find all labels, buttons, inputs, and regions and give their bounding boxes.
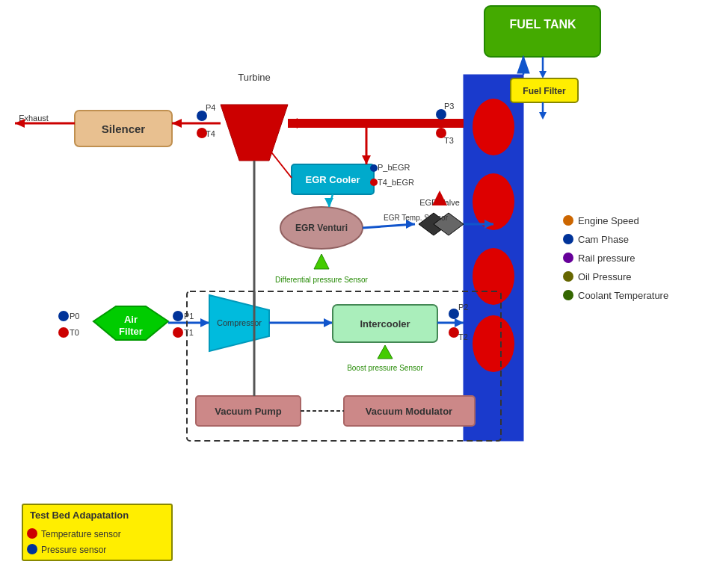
fuel-tank-box <box>484 6 600 57</box>
fuel-tank-arrow-tip <box>539 71 547 78</box>
egr-temp-sensor-label: EGR Temp. Sensor <box>384 214 449 222</box>
engine-oval-2 <box>473 173 514 230</box>
egr-cooler-exit-line <box>269 149 292 178</box>
intercooler-label: Intercooler <box>360 318 410 329</box>
p3-sensor-dot <box>436 109 446 120</box>
t0-label: T0 <box>70 328 79 337</box>
rail-pressure-label: Rail pressure <box>578 253 636 264</box>
fuel-filter-to-engine-tip <box>539 112 547 120</box>
air-filter-label-1: Air <box>124 314 138 325</box>
fuel-tank-label: FUEL TANK <box>509 18 576 31</box>
egr-venturi-label: EGR Venturi <box>295 223 348 233</box>
af-to-comp-tip <box>200 318 209 327</box>
p4-label: P4 <box>206 103 215 112</box>
t1-dot <box>173 327 183 338</box>
legend-temp-dot <box>27 528 37 539</box>
main-diagram-svg: FUEL TANK Fuel Filter Turbine Silencer E… <box>0 0 720 588</box>
boost-pressure-sensor <box>378 345 393 359</box>
coolant-temp-dot <box>563 290 573 300</box>
engine-speed-label: Engine Speed <box>578 215 639 226</box>
oil-pressure-label: Oil Pressure <box>578 271 632 282</box>
turbine-to-silencer-tip <box>172 119 182 128</box>
fuel-filter-label: Fuel Filter <box>523 86 566 96</box>
p2-label: P2 <box>458 303 468 312</box>
engine-oval-4 <box>473 315 514 372</box>
t1-label: T1 <box>184 328 194 337</box>
p4-sensor-dot <box>197 111 207 121</box>
legend-title: Test Bed Adapatation <box>30 510 129 521</box>
turbine-label: Turbine <box>238 72 271 83</box>
engine-oval-3 <box>473 248 514 305</box>
comp-to-inter-tip <box>324 318 333 327</box>
p-begr-dot <box>370 164 378 172</box>
rail-pressure-dot <box>563 253 573 263</box>
cam-phase-dot <box>563 234 573 244</box>
turbine-shape <box>221 105 288 161</box>
air-filter-label-2: Filter <box>119 326 143 337</box>
t3-label: T3 <box>444 136 454 145</box>
vacuum-modulator-label: Vacuum Modulator <box>366 406 452 417</box>
vacuum-pump-label: Vacuum Pump <box>215 406 282 417</box>
cooler-to-venturi-tip <box>324 198 333 207</box>
silencer-label: Silencer <box>102 123 146 135</box>
p2-dot <box>449 309 459 319</box>
p0-label: P0 <box>70 312 79 321</box>
engine-oval-1 <box>473 99 514 155</box>
oil-pressure-dot <box>563 271 573 282</box>
legend-pressure-dot <box>27 544 37 554</box>
p1-label: P1 <box>184 312 194 321</box>
diff-pressure-label: Differential pressure Sensor <box>275 276 368 284</box>
egr-cooler-label: EGR Cooler <box>306 174 360 185</box>
p0-dot <box>58 311 69 321</box>
t2-label: T2 <box>458 332 468 341</box>
p1-dot <box>173 311 183 321</box>
t4-begr-label: T4_bEGR <box>378 178 414 187</box>
boost-pressure-label: Boost pressure Sensor <box>347 364 423 372</box>
diagram-container: FUEL TANK Fuel Filter Turbine Silencer E… <box>0 0 720 588</box>
egr-cooler-feed-tip <box>362 155 371 164</box>
diff-pressure-sensor <box>314 254 329 269</box>
cam-phase-label: Cam Phase <box>578 234 629 245</box>
inter-to-engine-tip <box>455 318 464 327</box>
legend-temp-label: Temperature sensor <box>41 529 121 539</box>
p3-label: P3 <box>444 102 454 111</box>
coolant-temp-label: Coolant Temperature <box>578 290 668 301</box>
t0-dot <box>58 327 69 338</box>
p-begr-label: P_bEGR <box>378 163 410 172</box>
legend-pressure-label: Pressure sensor <box>41 545 106 555</box>
engine-speed-dot <box>563 215 573 226</box>
t4-begr-dot <box>370 179 378 186</box>
t4-label: T4 <box>206 129 215 138</box>
t2-dot <box>449 327 459 338</box>
